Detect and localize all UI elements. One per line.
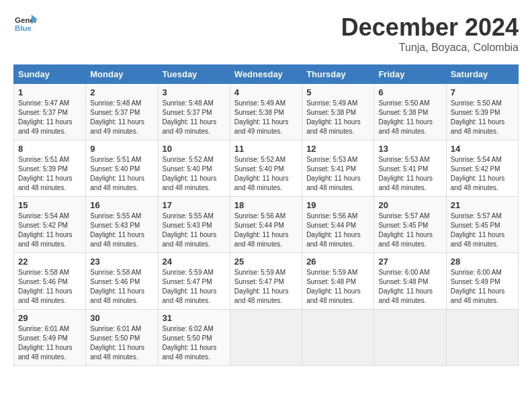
day-cell-17: 17Sunrise: 5:55 AMSunset: 5:43 PMDayligh…: [158, 197, 230, 253]
day-cell-29: 29Sunrise: 6:01 AMSunset: 5:49 PMDayligh…: [14, 310, 86, 366]
week-row-5: 29Sunrise: 6:01 AMSunset: 5:49 PMDayligh…: [14, 310, 519, 366]
day-cell-27: 27Sunrise: 6:00 AMSunset: 5:48 PMDayligh…: [374, 253, 446, 310]
day-cell-21: 21Sunrise: 5:57 AMSunset: 5:45 PMDayligh…: [446, 197, 518, 253]
week-row-4: 22Sunrise: 5:58 AMSunset: 5:46 PMDayligh…: [14, 253, 519, 310]
day-cell-22: 22Sunrise: 5:58 AMSunset: 5:46 PMDayligh…: [14, 253, 86, 310]
day-cell-19: 19Sunrise: 5:56 AMSunset: 5:44 PMDayligh…: [302, 197, 374, 253]
week-row-2: 8Sunrise: 5:51 AMSunset: 5:39 PMDaylight…: [14, 140, 519, 197]
location-subtitle: Tunja, Boyaca, Colombia: [341, 42, 519, 54]
day-cell-30: 30Sunrise: 6:01 AMSunset: 5:50 PMDayligh…: [86, 310, 158, 366]
day-cell-empty-4-5: [374, 310, 446, 366]
col-wednesday: Wednesday: [230, 65, 302, 84]
day-cell-20: 20Sunrise: 5:57 AMSunset: 5:45 PMDayligh…: [374, 197, 446, 253]
logo: General Blue: [13, 13, 38, 34]
month-title: December 2024: [341, 13, 519, 42]
col-thursday: Thursday: [302, 65, 374, 84]
header-row: Sunday Monday Tuesday Wednesday Thursday…: [14, 65, 519, 84]
day-cell-2: 2Sunrise: 5:48 AMSunset: 5:37 PMDaylight…: [86, 84, 158, 140]
day-cell-24: 24Sunrise: 5:59 AMSunset: 5:47 PMDayligh…: [158, 253, 230, 310]
day-cell-3: 3Sunrise: 5:48 AMSunset: 5:37 PMDaylight…: [158, 84, 230, 140]
col-tuesday: Tuesday: [158, 65, 230, 84]
day-cell-26: 26Sunrise: 5:59 AMSunset: 5:48 PMDayligh…: [302, 253, 374, 310]
day-cell-18: 18Sunrise: 5:56 AMSunset: 5:44 PMDayligh…: [230, 197, 302, 253]
col-friday: Friday: [374, 65, 446, 84]
logo-icon: General Blue: [13, 13, 38, 34]
title-block: December 2024 Tunja, Boyaca, Colombia: [341, 13, 519, 54]
day-cell-28: 28Sunrise: 6:00 AMSunset: 5:49 PMDayligh…: [446, 253, 518, 310]
day-cell-14: 14Sunrise: 5:54 AMSunset: 5:42 PMDayligh…: [446, 140, 518, 197]
day-cell-12: 12Sunrise: 5:53 AMSunset: 5:41 PMDayligh…: [302, 140, 374, 197]
week-row-3: 15Sunrise: 5:54 AMSunset: 5:42 PMDayligh…: [14, 197, 519, 253]
week-row-1: 1Sunrise: 5:47 AMSunset: 5:37 PMDaylight…: [14, 84, 519, 140]
day-cell-empty-4-4: [302, 310, 374, 366]
day-cell-25: 25Sunrise: 5:59 AMSunset: 5:47 PMDayligh…: [230, 253, 302, 310]
day-cell-13: 13Sunrise: 5:53 AMSunset: 5:41 PMDayligh…: [374, 140, 446, 197]
day-cell-11: 11Sunrise: 5:52 AMSunset: 5:40 PMDayligh…: [230, 140, 302, 197]
day-cell-4: 4Sunrise: 5:49 AMSunset: 5:38 PMDaylight…: [230, 84, 302, 140]
day-cell-8: 8Sunrise: 5:51 AMSunset: 5:39 PMDaylight…: [14, 140, 86, 197]
day-cell-15: 15Sunrise: 5:54 AMSunset: 5:42 PMDayligh…: [14, 197, 86, 253]
day-cell-5: 5Sunrise: 5:49 AMSunset: 5:38 PMDaylight…: [302, 84, 374, 140]
day-cell-16: 16Sunrise: 5:55 AMSunset: 5:43 PMDayligh…: [86, 197, 158, 253]
svg-text:Blue: Blue: [15, 24, 32, 32]
calendar-table: Sunday Monday Tuesday Wednesday Thursday…: [13, 64, 519, 366]
day-cell-empty-4-3: [230, 310, 302, 366]
day-cell-31: 31Sunrise: 6:02 AMSunset: 5:50 PMDayligh…: [158, 310, 230, 366]
col-saturday: Saturday: [446, 65, 518, 84]
col-sunday: Sunday: [14, 65, 86, 84]
day-cell-7: 7Sunrise: 5:50 AMSunset: 5:39 PMDaylight…: [446, 84, 518, 140]
day-cell-6: 6Sunrise: 5:50 AMSunset: 5:38 PMDaylight…: [374, 84, 446, 140]
col-monday: Monday: [86, 65, 158, 84]
day-cell-9: 9Sunrise: 5:51 AMSunset: 5:40 PMDaylight…: [86, 140, 158, 197]
page-header: General Blue December 2024 Tunja, Boyaca…: [13, 13, 519, 54]
day-cell-23: 23Sunrise: 5:58 AMSunset: 5:46 PMDayligh…: [86, 253, 158, 310]
day-cell-10: 10Sunrise: 5:52 AMSunset: 5:40 PMDayligh…: [158, 140, 230, 197]
day-cell-empty-4-6: [446, 310, 518, 366]
day-cell-1: 1Sunrise: 5:47 AMSunset: 5:37 PMDaylight…: [14, 84, 86, 140]
